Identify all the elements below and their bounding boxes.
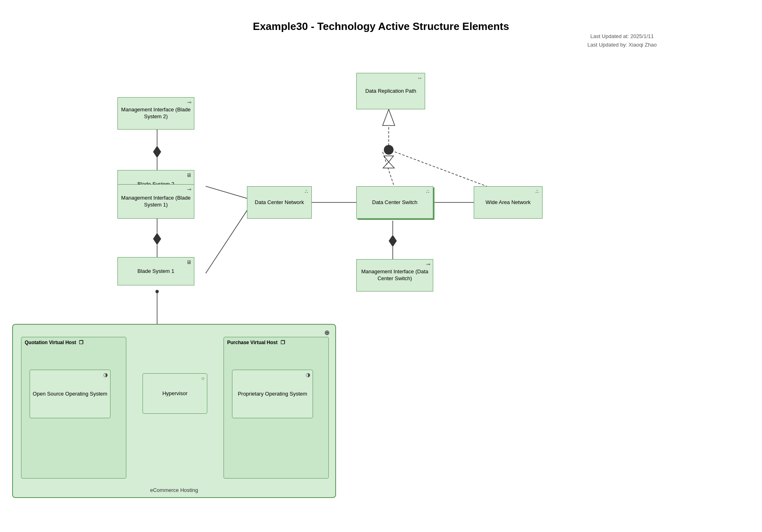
data-replication-icon: ↔ bbox=[417, 75, 422, 82]
ecommerce-icon: ⊕ bbox=[324, 329, 330, 336]
svg-line-15 bbox=[383, 152, 395, 188]
node-hypervisor: Hypervisor ○ bbox=[143, 373, 207, 414]
quotation-vh: Quotation Virtual Host ❐ Open Source Ope… bbox=[21, 337, 126, 479]
svg-line-8 bbox=[206, 211, 247, 273]
svg-point-16 bbox=[384, 145, 394, 155]
quotation-vh-icon: ❐ bbox=[79, 340, 83, 345]
node-blade1: Blade System 1 🖥 bbox=[117, 257, 194, 285]
purchase-vh: Purchase Virtual Host ❐ Proprietary Oper… bbox=[223, 337, 329, 479]
meta-info: Last Updated at: 2025/1/11 Last Updated … bbox=[587, 32, 657, 49]
purchase-vh-icon: ❐ bbox=[281, 340, 285, 345]
open-source-os-icon: ◑ bbox=[103, 372, 108, 379]
last-updated-by: Last Updated by: Xiaoqi Zhao bbox=[587, 41, 657, 49]
svg-marker-6 bbox=[153, 233, 161, 245]
svg-marker-17 bbox=[384, 156, 394, 162]
node-dc-switch: Data Center Switch ⛬ bbox=[356, 186, 433, 219]
svg-marker-2 bbox=[153, 146, 161, 158]
dc-switch-icon: ⛬ bbox=[425, 188, 430, 195]
diagram-container: Example30 - Technology Active Structure … bbox=[0, 0, 762, 532]
ecommerce-label: eCommerce Hosting bbox=[150, 487, 198, 493]
quotation-vh-label: Quotation Virtual Host ❐ bbox=[25, 340, 83, 345]
svg-line-14 bbox=[395, 152, 492, 188]
dc-network-icon: ⛬ bbox=[304, 188, 309, 195]
ecommerce-container: ⊕ Quotation Virtual Host ❐ Open Source O… bbox=[12, 324, 336, 498]
node-wan: Wide Area Network ⛬ bbox=[474, 186, 543, 219]
proprietary-os-icon: ◑ bbox=[306, 372, 310, 379]
svg-marker-12 bbox=[383, 109, 395, 126]
node-open-source-os: Open Source Operating System ◑ bbox=[30, 370, 111, 418]
node-data-replication: Data Replication Path ↔ bbox=[356, 73, 425, 109]
hypervisor-icon: ○ bbox=[201, 375, 204, 382]
node-mgmt-dc-switch: Management Interface (Data Center Switch… bbox=[356, 259, 433, 292]
svg-line-4 bbox=[206, 186, 247, 198]
node-proprietary-os: Proprietary Operating System ◑ bbox=[232, 370, 313, 418]
node-dc-network: Data Center Network ⛬ bbox=[247, 186, 312, 219]
node-mgmt-blade2: Management Interface (Blade System 2) ⊸ bbox=[117, 97, 194, 130]
svg-marker-20 bbox=[389, 235, 397, 247]
svg-marker-18 bbox=[383, 162, 394, 168]
blade2-icon: 🖥 bbox=[186, 172, 192, 179]
svg-point-22 bbox=[155, 290, 159, 293]
node-mgmt-blade1: Management Interface (Blade System 1) ⊸ bbox=[117, 184, 194, 219]
page-title: Example30 - Technology Active Structure … bbox=[0, 8, 762, 33]
mgmt-blade1-icon: ⊸ bbox=[187, 186, 192, 193]
blade1-icon: 🖥 bbox=[186, 259, 192, 266]
mgmt-dc-switch-icon: ⊸ bbox=[426, 261, 430, 268]
last-updated-at: Last Updated at: 2025/1/11 bbox=[587, 32, 657, 41]
purchase-vh-label: Purchase Virtual Host ❐ bbox=[227, 340, 285, 345]
wan-icon: ⛬ bbox=[534, 188, 540, 195]
mgmt-blade2-icon: ⊸ bbox=[187, 99, 192, 106]
